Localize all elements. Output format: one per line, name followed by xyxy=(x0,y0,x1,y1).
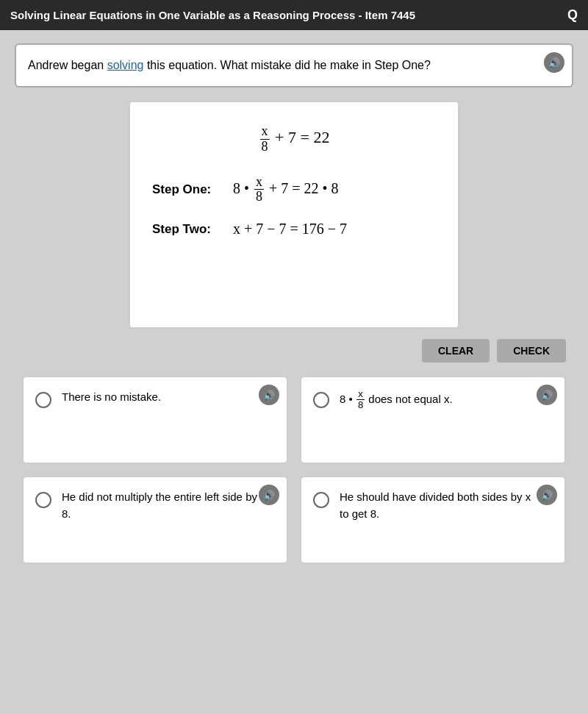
page-header: Solving Linear Equations in One Variable… xyxy=(0,0,588,30)
answer-d-audio-button[interactable]: 🔊 xyxy=(537,485,557,505)
answer-c-audio-button[interactable]: 🔊 xyxy=(259,485,279,505)
answer-a-radio[interactable] xyxy=(35,392,51,408)
equation-display: x 8 + 7 = 22 Step One: 8 • x 8 + 7 = 22 … xyxy=(129,101,459,329)
step-two-math: x + 7 − 7 = 176 − 7 xyxy=(233,221,347,238)
frac-x-over-8: x 8 xyxy=(259,128,276,146)
main-content: 🔊 Andrew began solving this equation. Wh… xyxy=(0,30,588,579)
speaker-icon-c: 🔊 xyxy=(263,490,275,501)
speaker-icon-b: 🔊 xyxy=(541,390,553,401)
question-box: 🔊 Andrew began solving this equation. Wh… xyxy=(15,43,573,88)
step-two-label: Step Two: xyxy=(152,222,233,237)
answer-c-radio[interactable] xyxy=(35,492,51,508)
speaker-icon-d: 🔊 xyxy=(541,490,553,501)
main-equation-rest: + 7 = 22 xyxy=(275,128,329,146)
header-q-label: Q xyxy=(567,7,578,23)
answers-grid: 🔊 There is no mistake. 🔊 8 • x 8 does no… xyxy=(15,376,573,564)
actions-row: CLEAR CHECK xyxy=(15,339,573,363)
question-text: Andrew began solving this equation. What… xyxy=(28,57,535,74)
solving-link[interactable]: solving xyxy=(107,59,144,71)
step-two: Step Two: x + 7 − 7 = 176 − 7 xyxy=(152,221,436,238)
answer-b-radio[interactable] xyxy=(313,392,329,408)
speaker-icon-a: 🔊 xyxy=(263,390,275,401)
step-one-math: 8 • x 8 + 7 = 22 • 8 xyxy=(233,175,339,205)
answer-card-c: 🔊 He did not multiply the entire left si… xyxy=(22,476,288,564)
main-equation: x 8 + 7 = 22 xyxy=(152,124,436,154)
clear-button[interactable]: CLEAR xyxy=(422,339,490,363)
question-text-before: Andrew began xyxy=(28,59,107,71)
answer-c-text: He did not multiply the entire left side… xyxy=(62,489,257,522)
answer-b-audio-button[interactable]: 🔊 xyxy=(537,385,557,405)
check-button[interactable]: CHECK xyxy=(497,339,566,363)
speaker-icon: 🔊 xyxy=(548,57,560,68)
step-one: Step One: 8 • x 8 + 7 = 22 • 8 xyxy=(152,175,436,205)
answer-card-a: 🔊 There is no mistake. xyxy=(22,376,288,464)
answer-card-d: 🔊 He should have divided both sides by x… xyxy=(300,476,566,564)
answer-b-text: 8 • x 8 does not equal x. xyxy=(340,389,535,411)
question-text-after: this equation. What mistake did he make … xyxy=(143,59,430,71)
step-one-label: Step One: xyxy=(152,182,233,197)
answer-card-b: 🔊 8 • x 8 does not equal x. xyxy=(300,376,566,464)
answer-a-text: There is no mistake. xyxy=(62,389,257,406)
question-audio-button[interactable]: 🔊 xyxy=(544,52,564,73)
header-title: Solving Linear Equations in One Variable… xyxy=(10,9,560,21)
answer-d-radio[interactable] xyxy=(313,492,329,508)
answer-a-audio-button[interactable]: 🔊 xyxy=(259,385,279,405)
answer-d-text: He should have divided both sides by x t… xyxy=(340,489,535,522)
